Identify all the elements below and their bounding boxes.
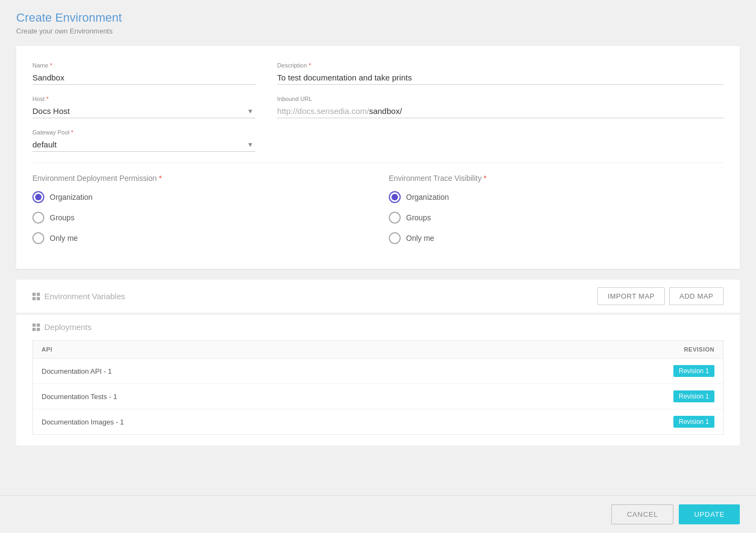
name-description-row: Name * Description *	[32, 62, 724, 85]
import-map-button[interactable]: IMPORT MAP	[597, 287, 665, 305]
api-cell-2: Documentation Tests - 1	[42, 393, 117, 401]
host-url-row: Host * Docs Host Production Host Staging…	[32, 96, 724, 118]
host-label: Host *	[32, 96, 255, 102]
trace-org-label: Organization	[406, 193, 449, 201]
gateway-pool-select-wrapper: default pool-1 pool-2 ▼	[32, 138, 255, 152]
trace-groups-label: Groups	[406, 213, 431, 222]
trace-groups-option[interactable]: Groups	[389, 212, 724, 224]
deployments-title: Deployments	[32, 322, 724, 332]
inbound-url-group: Inbound URL http://docs.sensedia.com/ sa…	[277, 96, 724, 118]
gateway-pool-label: Gateway Pool *	[32, 129, 255, 136]
env-variables-title: Environment Variables	[32, 292, 125, 301]
description-input[interactable]	[277, 71, 724, 85]
deployment-onlyme-option[interactable]: Only me	[32, 232, 367, 244]
trace-groups-radio-circle	[389, 212, 401, 224]
revision-header: REVISION	[684, 346, 714, 353]
bottom-actions: CANCEL UPDATE	[0, 495, 756, 533]
gateway-pool-group: Gateway Pool * default pool-1 pool-2 ▼	[32, 129, 255, 152]
name-label: Name *	[32, 62, 255, 69]
env-variables-section: Environment Variables IMPORT MAP ADD MAP	[16, 280, 740, 313]
env-variables-icon	[32, 293, 40, 300]
api-cell-3: Documentation Images - 1	[42, 418, 124, 426]
name-group: Name *	[32, 62, 255, 85]
add-map-button[interactable]: ADD MAP	[669, 287, 724, 305]
table-row: Documentation API - 1 Revision 1	[33, 359, 723, 384]
table-row: Documentation Tests - 1 Revision 1	[33, 384, 723, 409]
page-subtitle: Create your own Environments	[16, 27, 740, 35]
table-row: Documentation Images - 1 Revision 1	[33, 409, 723, 434]
deployment-groups-radio-circle	[32, 212, 44, 224]
description-label: Description *	[277, 62, 724, 69]
trace-visibility-title: Environment Trace Visibility *	[389, 174, 724, 183]
update-button[interactable]: UPDATE	[679, 504, 740, 524]
table-header: API REVISION	[33, 341, 723, 359]
deployments-section: Deployments API REVISION Documentation A…	[16, 315, 740, 446]
revision-badge-3: Revision 1	[673, 416, 714, 428]
gateway-pool-spacer	[277, 129, 724, 152]
trace-org-radio-circle	[389, 191, 401, 203]
host-select-wrapper: Docs Host Production Host Staging Host ▼	[32, 104, 255, 118]
name-input[interactable]	[32, 71, 255, 85]
inbound-url-label: Inbound URL	[277, 96, 724, 102]
deployment-org-option[interactable]: Organization	[32, 191, 367, 203]
revision-badge-1: Revision 1	[673, 365, 714, 377]
deployment-org-radio-circle	[32, 191, 44, 203]
trace-onlyme-option[interactable]: Only me	[389, 232, 724, 244]
api-cell-1: Documentation API - 1	[42, 367, 112, 375]
form-divider	[32, 163, 724, 163]
main-form-card: Name * Description * Host * Docs Host	[16, 46, 740, 269]
page-wrapper: Create Environment Create your own Envir…	[0, 0, 756, 533]
gateway-pool-row: Gateway Pool * default pool-1 pool-2 ▼	[32, 129, 724, 152]
inbound-url-display: http://docs.sensedia.com/ sandbox/	[277, 104, 724, 118]
inbound-url-suffix: sandbox/	[369, 106, 402, 116]
env-variables-actions: IMPORT MAP ADD MAP	[597, 287, 724, 305]
deployments-icon	[32, 323, 40, 331]
page-title: Create Environment	[16, 11, 740, 25]
deployment-groups-label: Groups	[50, 213, 75, 222]
host-group: Host * Docs Host Production Host Staging…	[32, 96, 255, 118]
deployment-onlyme-radio-circle	[32, 232, 44, 244]
revision-badge-2: Revision 1	[673, 390, 714, 402]
host-select[interactable]: Docs Host Production Host Staging Host	[32, 104, 255, 118]
deployment-onlyme-label: Only me	[50, 234, 78, 242]
cancel-button[interactable]: CANCEL	[611, 504, 674, 524]
deployment-permission-title: Environment Deployment Permission *	[32, 174, 367, 183]
deployments-table: API REVISION Documentation API - 1 Revis…	[32, 340, 724, 435]
deployment-permission-group: Environment Deployment Permission * Orga…	[32, 174, 367, 253]
inbound-url-prefix: http://docs.sensedia.com/	[277, 106, 369, 116]
deployment-org-label: Organization	[50, 193, 92, 201]
trace-visibility-group: Environment Trace Visibility * Organizat…	[389, 174, 724, 253]
api-header: API	[42, 346, 52, 353]
description-group: Description *	[277, 62, 724, 85]
permissions-row: Environment Deployment Permission * Orga…	[32, 174, 724, 253]
trace-onlyme-radio-circle	[389, 232, 401, 244]
gateway-pool-select[interactable]: default pool-1 pool-2	[32, 138, 255, 151]
trace-org-option[interactable]: Organization	[389, 191, 724, 203]
deployment-groups-option[interactable]: Groups	[32, 212, 367, 224]
trace-onlyme-label: Only me	[406, 234, 434, 242]
